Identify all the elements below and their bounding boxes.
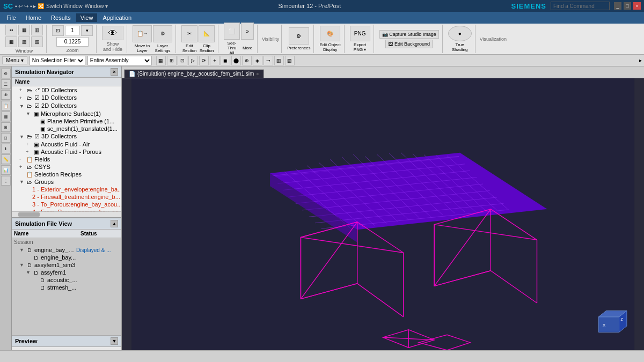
menu-home[interactable]: Home [21, 13, 46, 22]
expand-assyfem1[interactable]: ▼ [26, 270, 31, 275]
menu-view[interactable]: View [76, 13, 98, 22]
move-to-layer-icon[interactable]: 📋→ [133, 25, 152, 42]
simfile-row-assyfem1[interactable]: ▼ 🗋 assyfem1 [12, 269, 121, 276]
left-icon-settings[interactable]: ⚙ [1, 69, 11, 78]
simfile-scroll[interactable]: Session ▼ 🗋 engine_bay_ac... Displayed &… [12, 238, 121, 335]
expand-0d[interactable]: + [19, 87, 25, 93]
tree-item-selection-recipes[interactable]: 📋 Selection Recipes [12, 171, 121, 178]
nav-scroll-thumb[interactable] [18, 212, 40, 217]
tree-item-0d[interactable]: + 🗁 ·:* 0D Collectors [12, 86, 121, 94]
strip-icon-11[interactable]: ⊸ [264, 56, 273, 65]
left-icon-group[interactable]: ⊡ [1, 133, 11, 143]
close-btn[interactable]: × [633, 2, 641, 10]
tree-item-plane[interactable]: ▣ Plane Mesh Primitive (1... [12, 117, 121, 125]
edit-background-btn[interactable]: 🖼 Edit Background [385, 40, 433, 48]
strip-icon-13[interactable]: ▧ [285, 56, 295, 65]
left-icon-analysis[interactable]: 📊 [1, 165, 11, 175]
expand-2d[interactable]: ▼ [19, 104, 25, 109]
strip-icon-12[interactable]: ▥ [274, 56, 284, 65]
strip-icon-1[interactable]: ▦ [156, 56, 166, 65]
preview-expand-btn[interactable]: ▼ [111, 337, 118, 345]
menu-file[interactable]: File [2, 13, 20, 22]
menu-application[interactable]: Application [98, 13, 136, 22]
menu-dropdown-btn[interactable]: Menu ▾ [2, 56, 27, 64]
nav-tree-scroll[interactable]: + 🗁 ·:* 0D Collectors + 🗁 ☑ 1D Collector… [12, 86, 121, 211]
expand-csys[interactable]: + [19, 164, 25, 169]
simfile-row-assyfem-sim3[interactable]: ▼ 🗋 assyfem1_sim3 [12, 261, 121, 269]
tree-item-2d[interactable]: ▼ 🗁 ☑ 2D Collectors [12, 102, 121, 110]
preferences-icon[interactable]: ⚙ [289, 27, 309, 45]
zoom-dropdown[interactable]: ▾ [81, 25, 93, 36]
selection-filter-select[interactable]: No Selection Filter [30, 56, 85, 65]
expand-assyfem-sim3[interactable]: ▼ [19, 262, 25, 268]
capture-studio-btn[interactable]: 📷 Capture Studio Image [379, 30, 439, 39]
tree-item-mic[interactable]: ▼ ▣ Microphone Surface(1) [12, 110, 121, 117]
strip-icon-7[interactable]: ◼ [221, 56, 230, 65]
tree-item-sc-mesh[interactable]: ▣ sc_mesh(1)_translated(1... [12, 125, 121, 132]
left-icon-nav[interactable]: ☰ [1, 79, 11, 89]
viewport-content[interactable]: X Z [122, 78, 644, 350]
tree-item-fluid-air[interactable]: + ▣ Acoustic Fluid - Air [12, 141, 121, 148]
minimize-btn[interactable]: _ [614, 2, 621, 10]
viewport-tab-active[interactable]: 📄 (Simulation) engine_bay_acoustic_fem_s… [124, 69, 264, 78]
tree-item-groups[interactable]: ▼ 🗁 Groups [12, 178, 121, 186]
strip-icon-5[interactable]: ⟳ [199, 56, 209, 65]
window-menu-btn[interactable]: Window ▾ [85, 3, 108, 9]
strip-icon-2[interactable]: ⊞ [167, 56, 177, 65]
viewport-tab-close[interactable]: × [256, 71, 259, 77]
tree-item-csys[interactable]: + 🗁 CSYS [12, 163, 121, 171]
tree-item-group-2[interactable]: 2 - Firewall_treatment:engine_b... [12, 193, 121, 201]
window-btn-2[interactable]: ▦ [18, 25, 30, 35]
left-icon-more[interactable]: ⋮ [1, 176, 11, 186]
switch-window-btn[interactable]: Switch Window [46, 3, 83, 9]
zoom-num-input[interactable] [65, 26, 80, 35]
more-icon[interactable]: » [241, 23, 254, 40]
left-icon-info[interactable]: ℹ [1, 144, 11, 153]
strip-icon-3[interactable]: ⊡ [178, 56, 187, 65]
simfile-row-engine-bay[interactable]: ▼ 🗋 engine_bay_ac... Displayed & ... [12, 246, 121, 254]
expand-1d[interactable]: + [19, 95, 25, 101]
tree-item-group-3[interactable]: 3 - To_Porous:engine_bay_acou... [12, 201, 121, 208]
find-command-input[interactable] [551, 2, 610, 10]
window-btn-4[interactable]: ▩ [5, 36, 17, 47]
simfile-expand-btn[interactable]: ▲ [111, 220, 118, 227]
left-icon-measure[interactable]: 📏 [1, 154, 11, 164]
window-btn-6[interactable]: ▧ [31, 36, 43, 47]
expand-groups[interactable]: ▼ [19, 179, 25, 184]
simfile-row-strmesh[interactable]: 🗋 strmesh_... [12, 284, 121, 291]
layer-settings-icon[interactable]: ⚙ [153, 25, 172, 42]
strip-icon-6[interactable]: + [210, 56, 219, 65]
true-shading-icon[interactable]: ● [448, 26, 472, 41]
zoom-value-input[interactable] [56, 37, 89, 47]
expand-mic[interactable]: ▼ [26, 111, 31, 116]
window-btn-1[interactable]: ▪▪ [5, 25, 17, 35]
edit-section-icon[interactable]: ✂ [181, 25, 197, 42]
export-png-icon[interactable]: PNG [350, 26, 370, 41]
left-icon-layer[interactable]: 📋 [1, 101, 11, 110]
tree-item-group-1[interactable]: 1 - Exterior_envelope:engine_ba... [12, 186, 121, 193]
strip-icon-8[interactable]: ⬤ [231, 56, 241, 65]
edit-object-icon[interactable]: 🎨 [320, 26, 340, 41]
window-btn-5[interactable]: ▨ [18, 36, 30, 47]
tree-item-fluid-porous[interactable]: + ▣ Acoustic Fluid - Porous [12, 148, 121, 156]
zoom-fit-icon[interactable]: ⊡ [52, 25, 64, 36]
tree-item-3d[interactable]: ▼ 🗁 ☑ 3D Collectors [12, 132, 121, 141]
assembly-select[interactable]: Entire Assembly [87, 56, 152, 65]
sim-navigator-collapse-btn[interactable]: × [111, 68, 118, 76]
nav-horiz-scroll[interactable] [12, 211, 121, 217]
clip-section-icon[interactable]: 📐 [199, 25, 215, 42]
tree-item-fields[interactable]: · 📋 Fields [12, 156, 121, 163]
maximize-btn[interactable]: □ [624, 2, 631, 10]
menu-results[interactable]: Results [47, 13, 75, 22]
expand-engine-bay[interactable]: ▼ [19, 247, 25, 253]
strip-icon-9[interactable]: ⊕ [242, 56, 252, 65]
simfile-row-engine-bay2[interactable]: 🗋 engine_bay... [12, 254, 121, 261]
left-icon-bc[interactable]: ⊞ [1, 122, 11, 132]
see-thru-icon[interactable]: ⬜ [224, 23, 240, 40]
simfile-row-acoustic[interactable]: 🗋 acoustic_... [12, 276, 121, 284]
expand-fluid-air[interactable]: + [26, 142, 31, 147]
strip-icon-10[interactable]: ◈ [253, 56, 262, 65]
expand-3d[interactable]: ▼ [19, 134, 25, 139]
left-icon-mesh[interactable]: ▦ [1, 112, 11, 121]
show-hide-icon[interactable]: 👁 [102, 26, 123, 40]
